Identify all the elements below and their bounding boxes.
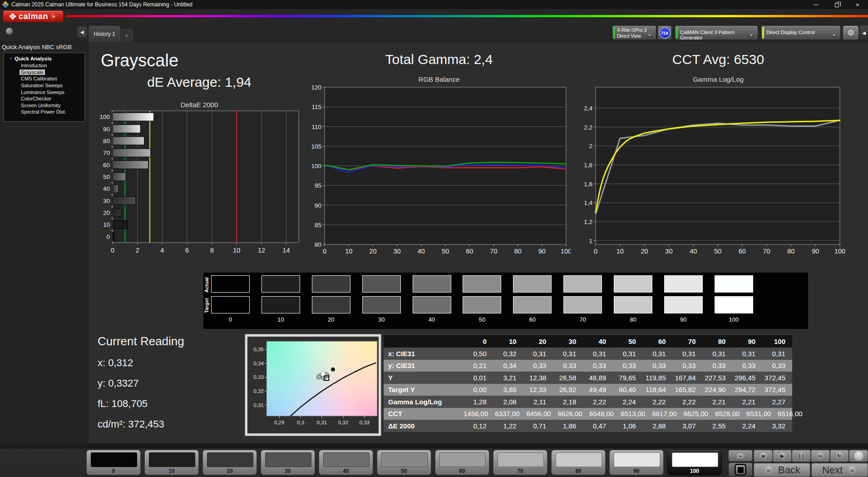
svg-text:1: 1 bbox=[589, 238, 592, 244]
grayscale-swatch-strip: Actual Target 0102030405060708090100 bbox=[203, 273, 808, 329]
table-cell: 0,31 bbox=[703, 350, 733, 358]
pattern-patch-50[interactable]: 50 bbox=[377, 450, 431, 475]
logo-text: calman bbox=[19, 12, 48, 21]
display-status-stripe bbox=[762, 27, 764, 39]
record-button[interactable] bbox=[849, 450, 868, 462]
swatch-column-10: 10 bbox=[261, 273, 300, 329]
window-title: Calman 2025 Calman Ultimate for Business… bbox=[11, 1, 192, 8]
restore-button[interactable] bbox=[826, 0, 847, 9]
table-cell: 12,38 bbox=[523, 374, 553, 382]
row-label: Y bbox=[384, 374, 464, 382]
table-cell: 372,45 bbox=[762, 386, 792, 393]
patch-swatch bbox=[498, 452, 544, 467]
minimize-button[interactable] bbox=[805, 0, 826, 9]
table-cell: 1,86 bbox=[553, 422, 583, 430]
workflow-tree: ▼ Quick Analysis IntroductionGrayscaleCM… bbox=[4, 53, 85, 122]
row-label: ΔE 2000 bbox=[384, 422, 464, 430]
sidebar-item-grayscale[interactable]: Grayscale bbox=[4, 69, 84, 76]
tree-root-quick-analysis[interactable]: ▼ Quick Analysis bbox=[4, 55, 84, 62]
svg-text:40: 40 bbox=[103, 185, 110, 192]
calman-menu-button[interactable]: calman ▼ bbox=[3, 10, 64, 22]
add-tab-button[interactable]: + bbox=[121, 29, 133, 42]
marker-button[interactable]: [·] bbox=[792, 450, 811, 462]
actual-swatch-10 bbox=[261, 275, 300, 293]
back-button[interactable]: « Back bbox=[754, 463, 810, 477]
table-cell: 227,53 bbox=[703, 374, 733, 382]
sidebar-item-saturation-sweeps[interactable]: Saturation Sweeps bbox=[4, 82, 84, 89]
display-control-button[interactable]: Direct Display Control ▼ bbox=[761, 25, 841, 40]
table-row: Target Y0,003,8512,3326,9249,4980,40118,… bbox=[384, 384, 792, 396]
sidebar: Quick Analysis NBC sRGB ▼ Quick Analysis… bbox=[0, 42, 89, 443]
pattern-patch-40[interactable]: 40 bbox=[319, 450, 373, 475]
table-row: Y0,013,2112,3826,5848,8979,65119,85167,8… bbox=[384, 372, 792, 384]
pattern-patch-100[interactable]: 100 bbox=[667, 450, 722, 475]
sidebar-item-spectral-power-dist-[interactable]: Spectral Power Dist. bbox=[4, 109, 84, 115]
pattern-patch-0[interactable]: 0 bbox=[86, 450, 141, 475]
meter-status-stripe bbox=[613, 27, 615, 39]
table-cell: 372,45 bbox=[762, 374, 792, 382]
pattern-bar-expand-button[interactable]: ▲ bbox=[728, 450, 753, 462]
logo-bar: calman ▼ bbox=[0, 9, 868, 23]
total-gamma-heading: Total Gamma: 2,4 bbox=[307, 52, 571, 67]
table-cell: 118,64 bbox=[643, 386, 673, 393]
svg-text:80: 80 bbox=[315, 241, 321, 248]
pattern-patch-70[interactable]: 70 bbox=[493, 450, 547, 475]
svg-text:40: 40 bbox=[690, 248, 697, 255]
pattern-patch-90[interactable]: 90 bbox=[609, 450, 664, 475]
chevron-down-icon: ▼ bbox=[646, 32, 654, 38]
table-cell: 0,21 bbox=[464, 362, 493, 369]
sidebar-item-luminance-sweeps[interactable]: Luminance Sweeps bbox=[4, 89, 84, 95]
reading-line-0: x: 0,312 bbox=[98, 357, 184, 369]
close-button[interactable]: × bbox=[847, 0, 868, 9]
sidebar-item-introduction[interactable]: Introduction bbox=[4, 62, 84, 69]
target-swatch-10 bbox=[261, 296, 300, 313]
target-swatch-90 bbox=[664, 296, 703, 313]
row-label: CCT bbox=[384, 410, 464, 417]
svg-text:20: 20 bbox=[641, 248, 648, 255]
pattern-patch-20[interactable]: 20 bbox=[202, 450, 257, 475]
sidebar-item-colorchecker[interactable]: ColorChecker bbox=[4, 95, 84, 102]
meter-selector-button[interactable]: X-Rite i1Pro 3 Direct View ▼ bbox=[612, 25, 656, 40]
pattern-patch-10[interactable]: 10 bbox=[144, 450, 199, 475]
table-cell: 2,11 bbox=[523, 398, 553, 406]
swatch-level-label: 60 bbox=[513, 316, 552, 323]
target-swatch-70 bbox=[563, 296, 602, 313]
svg-text:0,33: 0,33 bbox=[254, 374, 264, 380]
table-cell: 296,45 bbox=[732, 374, 762, 382]
svg-text:0: 0 bbox=[111, 247, 114, 254]
swatch-column-70: 70 bbox=[563, 273, 602, 329]
play-button[interactable]: ▶ bbox=[773, 450, 792, 462]
actual-row-label: Actual bbox=[204, 275, 211, 294]
swatch-column-80: 80 bbox=[614, 273, 652, 329]
swatch-level-label: 10 bbox=[261, 316, 300, 323]
toolbar: ◀ History 1 + X-Rite i1Pro 3 Direct View… bbox=[0, 23, 868, 42]
table-cell: 0,32 bbox=[493, 350, 523, 358]
refresh-button[interactable]: ↻ bbox=[830, 450, 849, 462]
panel-dot-button[interactable] bbox=[5, 27, 13, 35]
panel-collapse-right-icon[interactable]: ◀ bbox=[860, 25, 868, 40]
calman-logo-icon bbox=[9, 13, 16, 20]
svg-text:100: 100 bbox=[561, 248, 571, 255]
pattern-generator-button[interactable]: CalMAN Client 3 Pattern Generator ▼ bbox=[675, 25, 758, 40]
stop-button[interactable]: ■ bbox=[754, 450, 773, 462]
sidebar-item-screen-uniformity[interactable]: Screen Uniformity bbox=[4, 102, 84, 109]
tab-history-1[interactable]: History 1 bbox=[89, 26, 120, 42]
table-cell: 6528,00 bbox=[715, 410, 746, 417]
svg-text:2: 2 bbox=[589, 143, 592, 149]
pattern-patch-30[interactable]: 30 bbox=[261, 450, 315, 475]
sidebar-collapse-icon[interactable]: ◀ bbox=[77, 26, 87, 37]
svg-text:85: 85 bbox=[315, 222, 321, 229]
svg-text:80: 80 bbox=[787, 248, 794, 255]
pattern-window-button[interactable] bbox=[728, 462, 753, 477]
settings-gear-icon[interactable]: ⚙ bbox=[843, 25, 859, 40]
patch-label: 90 bbox=[610, 468, 663, 474]
svg-text:50: 50 bbox=[714, 248, 721, 255]
next-button[interactable]: Next » bbox=[811, 463, 868, 477]
loop-button[interactable]: ∞ bbox=[811, 450, 830, 462]
pattern-patch-60[interactable]: 60 bbox=[435, 450, 489, 475]
sidebar-item-cms-calibration[interactable]: CMS Calibration bbox=[4, 75, 84, 82]
svg-text:120: 120 bbox=[311, 84, 321, 91]
pattern-patch-80[interactable]: 80 bbox=[551, 450, 606, 475]
table-cell: 26,92 bbox=[553, 386, 583, 393]
target-swatch-60 bbox=[513, 296, 552, 313]
